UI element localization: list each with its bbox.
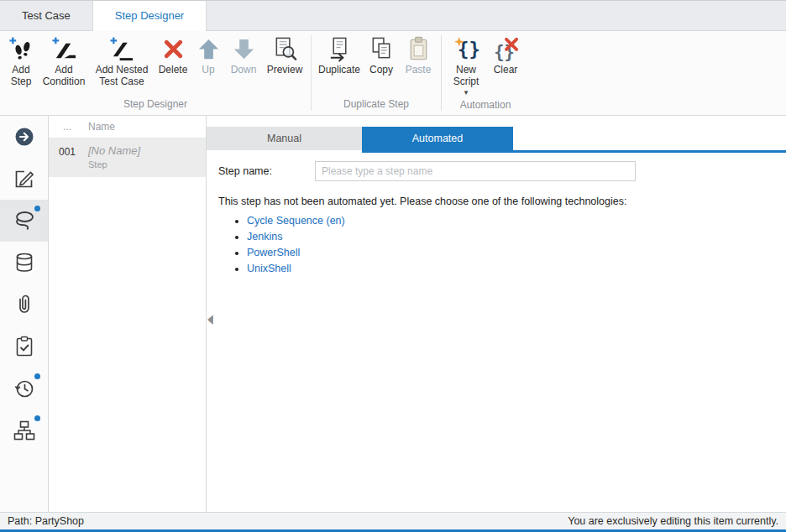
technology-link-cycle-sequence[interactable]: Cycle Sequence (en) bbox=[247, 215, 345, 227]
notification-badge bbox=[34, 373, 40, 379]
button-label: Add Step bbox=[5, 65, 37, 88]
sidebar-item-dependencies[interactable] bbox=[0, 409, 48, 451]
add-nested-test-case-icon bbox=[109, 36, 135, 62]
notification-badge bbox=[34, 415, 40, 421]
main-region: ... Name 001 [No Name] Step Manual Autom… bbox=[0, 116, 786, 512]
arrow-down-icon bbox=[231, 36, 257, 62]
duplicate-button[interactable]: Duplicate bbox=[316, 34, 363, 78]
collapse-panel-handle[interactable]: ◀ bbox=[207, 312, 213, 326]
add-step-button[interactable]: Add Step bbox=[4, 34, 38, 90]
step-name-input[interactable] bbox=[315, 161, 636, 181]
sidebar-item-edit[interactable] bbox=[0, 158, 48, 200]
step-detail-tabs: Manual Automated bbox=[207, 127, 786, 153]
add-condition-button[interactable]: Add Condition bbox=[38, 34, 90, 90]
technology-link-unixshell[interactable]: UnixShell bbox=[247, 263, 291, 274]
preview-button[interactable]: Preview bbox=[263, 34, 307, 78]
chevron-down-icon: ▾ bbox=[464, 89, 469, 96]
tab-automated[interactable]: Automated bbox=[362, 127, 513, 150]
column-header-index[interactable]: ... bbox=[49, 121, 86, 133]
ribbon-toolbar: Add Step Add Condition bbox=[0, 31, 786, 116]
button-label: Add Nested Test Case bbox=[91, 65, 153, 88]
button-label: Delete bbox=[159, 65, 188, 76]
clear-script-icon: {} bbox=[493, 36, 519, 62]
sidebar-item-steps[interactable] bbox=[0, 200, 48, 242]
status-edit-lock-message: You are exclusively editing this item cu… bbox=[568, 515, 778, 527]
copy-button[interactable]: Copy bbox=[363, 34, 400, 78]
step-type: Step bbox=[88, 159, 206, 170]
tab-test-case-label: Test Case bbox=[22, 9, 71, 22]
app-window: Test Case Step Designer bbox=[0, 0, 786, 532]
list-item: PowerShell bbox=[247, 247, 786, 258]
lasso-icon bbox=[13, 210, 35, 232]
arrow-up-icon bbox=[196, 36, 222, 62]
step-detail-pane: Manual Automated Step name: This step ha… bbox=[207, 116, 786, 512]
button-label: Copy bbox=[369, 65, 393, 76]
sitemap-icon bbox=[13, 420, 35, 441]
technology-list: Cycle Sequence (en) Jenkins PowerShell U… bbox=[233, 215, 786, 279]
history-clock-icon bbox=[13, 378, 35, 399]
add-step-icon bbox=[8, 36, 34, 62]
sidebar-item-data[interactable] bbox=[0, 242, 48, 284]
step-row[interactable]: 001 [No Name] Step bbox=[49, 138, 206, 177]
list-item: Jenkins bbox=[247, 231, 786, 243]
active-tab-underline bbox=[362, 150, 786, 153]
paperclip-icon bbox=[13, 294, 35, 316]
tab-manual[interactable]: Manual bbox=[207, 127, 362, 150]
button-label: Duplicate bbox=[318, 65, 360, 76]
notification-badge bbox=[34, 206, 40, 211]
steps-list-header: ... Name bbox=[49, 116, 206, 138]
button-label: Paste bbox=[406, 65, 432, 76]
tab-test-case[interactable]: Test Case bbox=[0, 1, 93, 30]
tab-automated-label: Automated bbox=[412, 133, 463, 144]
button-label: Down bbox=[231, 65, 257, 76]
new-script-icon: {} bbox=[453, 36, 479, 62]
ribbon-group-duplicate-step: Duplicate Copy Paste bbox=[312, 31, 441, 115]
arrow-circle-icon bbox=[13, 126, 35, 148]
clipboard-check-icon bbox=[13, 336, 35, 357]
move-down-button[interactable]: Down bbox=[224, 34, 263, 78]
ribbon-group-step-designer: Add Step Add Condition bbox=[0, 31, 311, 115]
document-tabstrip: Test Case Step Designer bbox=[0, 1, 786, 31]
sidebar bbox=[0, 116, 49, 512]
delete-icon bbox=[160, 36, 186, 62]
clear-script-button[interactable]: {} Clear bbox=[486, 34, 525, 78]
paste-icon bbox=[406, 36, 432, 62]
status-bar: Path: PartyShop You are exclusively edit… bbox=[0, 512, 786, 532]
add-nested-test-case-button[interactable]: Add Nested Test Case bbox=[90, 34, 154, 90]
ribbon-group-label: Duplicate Step bbox=[312, 96, 441, 115]
tab-step-designer-label: Step Designer bbox=[115, 9, 184, 22]
database-icon bbox=[13, 252, 35, 274]
sidebar-item-attachments[interactable] bbox=[0, 284, 48, 326]
button-label: Preview bbox=[267, 65, 303, 76]
ribbon-group-label: Automation bbox=[442, 97, 529, 116]
button-label: Up bbox=[202, 65, 214, 76]
sidebar-item-navigate[interactable] bbox=[0, 116, 48, 158]
sidebar-item-history[interactable] bbox=[0, 368, 48, 409]
preview-icon bbox=[272, 36, 298, 62]
add-condition-icon bbox=[51, 36, 77, 62]
step-number: 001 bbox=[49, 144, 86, 170]
technology-link-powershell[interactable]: PowerShell bbox=[247, 247, 300, 258]
sidebar-item-tasks[interactable] bbox=[0, 326, 48, 368]
new-script-button[interactable]: {} New Script ▾ bbox=[446, 34, 486, 97]
ribbon-group-label: Step Designer bbox=[0, 96, 311, 115]
automation-message: This step has not been automated yet. Pl… bbox=[218, 196, 786, 207]
tab-step-designer[interactable]: Step Designer bbox=[93, 1, 207, 30]
move-up-button[interactable]: Up bbox=[192, 34, 224, 78]
technology-link-jenkins[interactable]: Jenkins bbox=[247, 231, 282, 243]
status-path: Path: PartyShop bbox=[8, 515, 84, 527]
delete-button[interactable]: Delete bbox=[154, 34, 192, 78]
copy-icon bbox=[369, 36, 395, 62]
paste-button[interactable]: Paste bbox=[400, 34, 437, 78]
column-header-name[interactable]: Name bbox=[86, 121, 206, 133]
collapse-arrow-icon: ◀ bbox=[207, 312, 213, 326]
step-name: [No Name] bbox=[88, 144, 206, 157]
tab-manual-label: Manual bbox=[267, 133, 301, 144]
steps-list-panel: ... Name 001 [No Name] Step bbox=[49, 116, 207, 512]
button-label: Add Condition bbox=[39, 65, 89, 88]
list-item: UnixShell bbox=[247, 263, 786, 274]
duplicate-icon bbox=[327, 36, 353, 62]
button-label: Clear bbox=[494, 65, 518, 76]
ribbon-group-automation: {} New Script ▾ {} Clear Automation bbox=[442, 31, 529, 115]
edit-pencil-icon bbox=[13, 168, 35, 190]
